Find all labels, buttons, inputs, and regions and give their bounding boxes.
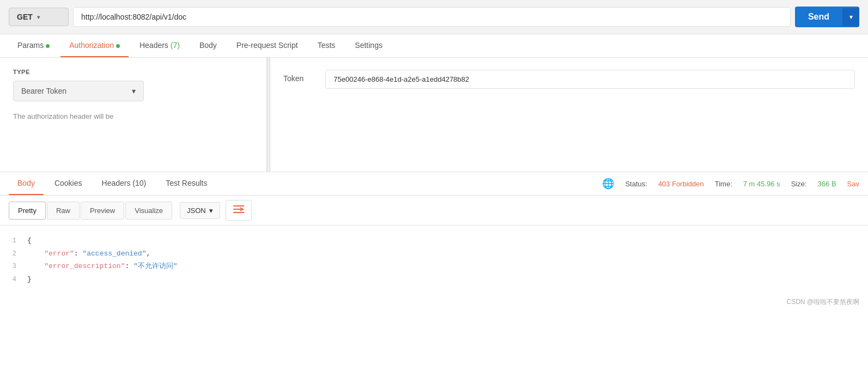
status-value: 403 Forbidden bbox=[658, 180, 704, 188]
body-format-tabs: Pretty Raw Preview Visualize JSON ▾ bbox=[0, 196, 868, 226]
type-select[interactable]: Bearer Token ▾ bbox=[13, 81, 144, 101]
tab-tests[interactable]: Tests bbox=[309, 34, 344, 57]
json-line-1: 1 { bbox=[0, 234, 859, 247]
json-line-4: 4 } bbox=[0, 273, 859, 286]
json-line-2: 2 "error": "access_denied", bbox=[0, 247, 859, 260]
auth-dot bbox=[116, 44, 120, 48]
wrap-button[interactable] bbox=[226, 200, 252, 221]
line-num-4: 4 bbox=[0, 274, 27, 286]
tab-authorization[interactable]: Authorization bbox=[60, 34, 129, 57]
send-label: Send bbox=[795, 7, 842, 27]
method-label: GET bbox=[17, 13, 33, 21]
token-input[interactable] bbox=[325, 70, 855, 89]
tab-pre-request[interactable]: Pre-request Script bbox=[228, 34, 307, 57]
token-label: Token bbox=[283, 69, 304, 83]
response-tabs: Body Cookies Headers (10) Test Results 🌐… bbox=[0, 172, 868, 196]
url-bar: GET ▾ Send ▾ bbox=[0, 0, 868, 34]
line-num-1: 1 bbox=[0, 235, 27, 247]
size-label: Size: bbox=[791, 180, 807, 188]
footer-text: CSDN @啦啦不要熬夜啊 bbox=[786, 298, 859, 306]
send-button[interactable]: Send ▾ bbox=[795, 7, 859, 27]
auth-note: The authorization header will be bbox=[13, 112, 253, 120]
auth-panel: TYPE Bearer Token ▾ The authorization he… bbox=[0, 58, 868, 172]
method-chevron: ▾ bbox=[37, 14, 40, 20]
send-arrow[interactable]: ▾ bbox=[842, 8, 859, 26]
resp-tab-test-results[interactable]: Test Results bbox=[157, 172, 216, 195]
body-tab-preview[interactable]: Preview bbox=[81, 202, 124, 220]
save-label[interactable]: Sav bbox=[847, 180, 859, 188]
type-label: TYPE bbox=[13, 69, 253, 75]
response-status-area: 🌐 Status: 403 Forbidden Time: 7 m 45.96 … bbox=[602, 172, 859, 195]
footer: CSDN @啦啦不要熬夜啊 bbox=[0, 294, 868, 310]
token-panel: Token bbox=[270, 58, 868, 172]
tab-headers[interactable]: Headers (7) bbox=[131, 34, 189, 57]
line-num-2: 2 bbox=[0, 248, 27, 260]
body-tab-raw[interactable]: Raw bbox=[47, 202, 80, 220]
time-value: 7 m 45.96 s bbox=[743, 180, 780, 188]
resp-tab-cookies[interactable]: Cookies bbox=[46, 172, 91, 195]
size-value: 366 B bbox=[818, 180, 836, 188]
status-label: Status: bbox=[625, 180, 647, 188]
format-chevron: ▾ bbox=[209, 206, 213, 215]
tab-params[interactable]: Params bbox=[9, 34, 58, 57]
tab-settings[interactable]: Settings bbox=[346, 34, 391, 57]
json-viewer: 1 { 2 "error": "access_denied", 3 "error… bbox=[0, 226, 868, 294]
body-tab-pretty[interactable]: Pretty bbox=[9, 202, 46, 220]
headers-count: (7) bbox=[171, 41, 180, 50]
method-selector[interactable]: GET ▾ bbox=[9, 8, 69, 26]
params-dot bbox=[46, 44, 50, 48]
resp-tab-body[interactable]: Body bbox=[9, 172, 44, 195]
request-tabs: Params Authorization Headers (7) Body Pr… bbox=[0, 34, 868, 58]
type-chevron: ▾ bbox=[132, 87, 136, 95]
resp-tab-headers[interactable]: Headers (10) bbox=[93, 172, 155, 195]
format-select[interactable]: JSON ▾ bbox=[180, 202, 220, 219]
line-num-3: 3 bbox=[0, 261, 27, 273]
time-label: Time: bbox=[715, 180, 732, 188]
json-line-3: 3 "error_description": "不允许访问" bbox=[0, 260, 859, 273]
auth-type-panel: TYPE Bearer Token ▾ The authorization he… bbox=[0, 58, 267, 172]
body-tab-visualize[interactable]: Visualize bbox=[125, 202, 172, 220]
type-value: Bearer Token bbox=[21, 87, 66, 95]
globe-icon: 🌐 bbox=[602, 178, 614, 190]
url-input[interactable] bbox=[73, 7, 791, 27]
tab-body[interactable]: Body bbox=[191, 34, 226, 57]
